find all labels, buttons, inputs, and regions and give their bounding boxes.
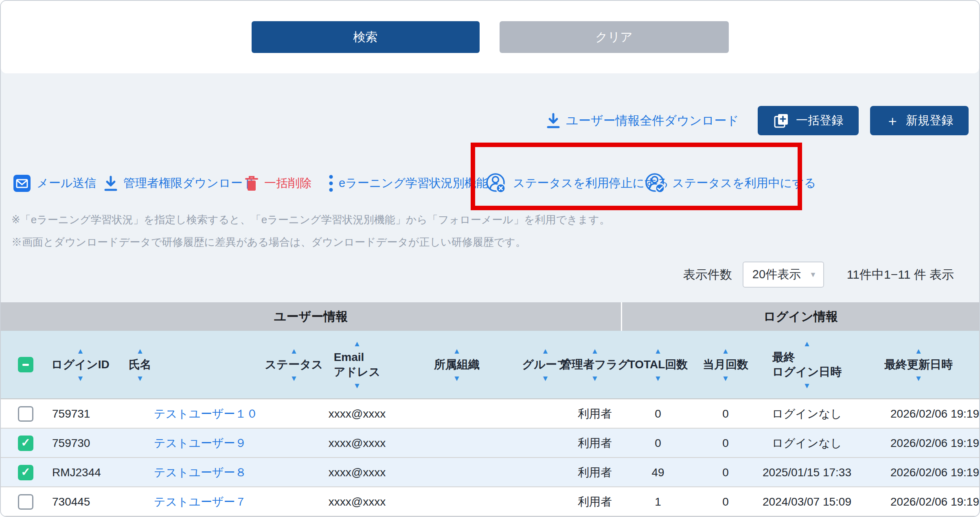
total-count-cell: 0 — [621, 399, 695, 429]
download-all-users-link[interactable]: ユーザー情報全件ダウンロード — [546, 112, 739, 129]
column-header-name[interactable]: ▲ 氏名 ▼ — [123, 331, 265, 398]
user-name-link[interactable]: テストユーザー９ — [154, 436, 246, 451]
bulk-register-button[interactable]: 一括登録 — [758, 106, 859, 135]
user-name-link[interactable]: テストユーザー７ — [154, 494, 246, 510]
send-mail-button[interactable]: メール送信 — [13, 169, 96, 198]
send-mail-label: メール送信 — [37, 175, 96, 191]
column-header-month-count[interactable]: ▲ 当月回数 ▼ — [695, 331, 756, 398]
user-name-link[interactable]: テストユーザー１０ — [154, 406, 258, 422]
sort-up-icon[interactable]: ▲ — [136, 347, 144, 355]
login-id-cell: 730445 — [46, 487, 123, 517]
month-count-cell: 0 — [695, 458, 756, 487]
row-checkbox[interactable] — [18, 406, 33, 422]
last-login-cell: 2025/01/15 17:33 — [756, 458, 858, 487]
column-header-status[interactable]: ▲ ステータス ▼ — [265, 331, 322, 398]
sort-down-icon[interactable]: ▼ — [803, 382, 811, 389]
per-page-value: 20件表示 — [752, 266, 801, 283]
sort-up-icon[interactable]: ▲ — [591, 347, 599, 355]
per-page-select[interactable]: 20件表示 ▼ — [743, 262, 824, 288]
clear-button[interactable]: クリア — [500, 21, 729, 53]
row-checkbox[interactable] — [18, 465, 33, 480]
notes: ※「eラーニング学習状況」を指定し検索すると、「eラーニング学習状況別機能」から… — [11, 213, 610, 249]
column-header-organization[interactable]: ▲ 所属組織 ▼ — [392, 331, 522, 398]
admin-flag-cell: 利用者 — [569, 487, 621, 517]
sort-down-icon[interactable]: ▼ — [591, 374, 599, 382]
new-register-label: 新規登録 — [906, 112, 953, 129]
sort-down-icon[interactable]: ▼ — [654, 374, 662, 382]
row-checkbox[interactable] — [18, 436, 33, 451]
sort-up-icon[interactable]: ▲ — [915, 347, 923, 355]
sort-up-icon[interactable]: ▲ — [77, 347, 84, 355]
elearning-menu-button[interactable]: eラーニング学習状況別機能 — [329, 169, 488, 198]
admin-flag-cell: 利用者 — [569, 458, 621, 487]
admin-download-button[interactable]: 管理者権限ダウンロード — [104, 169, 254, 198]
table-row: 759731 テストユーザー１０ xxxx@xxxx 利用者 0 0 ログインな… — [1, 399, 979, 429]
select-all-checkbox-cell — [1, 331, 46, 398]
last-update-cell: 2026/02/06 19:19 — [858, 399, 979, 429]
user-x-icon — [485, 172, 507, 194]
sort-up-icon[interactable]: ▲ — [722, 347, 730, 355]
last-update-cell: 2026/02/06 19:19 — [858, 458, 979, 487]
sort-down-icon[interactable]: ▼ — [77, 374, 84, 382]
total-count-cell: 49 — [621, 458, 695, 487]
email-cell: xxxx@xxxx — [322, 458, 392, 487]
admin-flag-cell: 利用者 — [569, 429, 621, 458]
organization-cell — [392, 487, 522, 517]
sort-up-icon[interactable]: ▲ — [353, 340, 361, 348]
download-icon — [546, 112, 560, 129]
sort-up-icon[interactable]: ▲ — [542, 347, 549, 355]
group-cell — [522, 429, 569, 458]
status-activate-label: ステータスを利用中にする — [672, 175, 816, 191]
result-range-text: 11件中1−11 件 表示 — [847, 266, 954, 283]
sort-down-icon[interactable]: ▼ — [542, 374, 549, 382]
status-suspend-button[interactable]: ステータスを利用停止にする — [485, 169, 669, 198]
user-table: ユーザー情報 ログイン情報 ▲ ログインID ▼ ▲ 氏名 ▼ ▲ ステータス … — [1, 302, 979, 517]
group-user-info: ユーザー情報 — [1, 302, 621, 331]
last-login-cell: ログインなし — [756, 429, 858, 458]
group-cell — [522, 487, 569, 517]
sort-up-icon[interactable]: ▲ — [803, 340, 811, 348]
mail-icon — [13, 174, 31, 192]
column-header-last-login[interactable]: ▲ 最終ログイン日時 ▼ — [756, 331, 858, 398]
bulk-register-label: 一括登録 — [796, 112, 843, 129]
per-page-label: 表示件数 — [683, 266, 732, 283]
download-icon — [104, 175, 118, 191]
login-id-cell: 759731 — [46, 399, 123, 429]
column-header-last-update[interactable]: ▲ 最終更新日時 ▼ — [858, 331, 979, 398]
trash-icon — [245, 175, 259, 192]
total-count-cell: 0 — [621, 429, 695, 458]
chevron-down-icon: ▼ — [809, 271, 817, 279]
search-button[interactable]: 検索 — [252, 21, 480, 53]
row-checkbox[interactable] — [18, 494, 33, 510]
new-register-button[interactable]: ＋ 新規登録 — [870, 106, 969, 135]
bulk-delete-button[interactable]: 一括削除 — [245, 169, 311, 198]
status-activate-button[interactable]: ステータスを利用中にする — [645, 169, 816, 198]
sort-down-icon[interactable]: ▼ — [136, 374, 144, 382]
organization-cell — [392, 399, 522, 429]
user-name-link[interactable]: テストユーザー８ — [154, 465, 246, 480]
last-login-cell: 2024/03/07 15:09 — [756, 487, 858, 517]
column-header-total-count[interactable]: ▲ TOTAL回数 ▼ — [621, 331, 695, 398]
sort-down-icon[interactable]: ▼ — [722, 374, 730, 382]
month-count-cell: 0 — [695, 399, 756, 429]
column-header-login-id[interactable]: ▲ ログインID ▼ — [46, 331, 123, 398]
group-login-info: ログイン情報 — [621, 302, 979, 331]
table-group-header: ユーザー情報 ログイン情報 — [1, 302, 979, 331]
month-count-cell: 0 — [695, 487, 756, 517]
sort-up-icon[interactable]: ▲ — [290, 347, 298, 355]
column-header-email[interactable]: ▲ Emailアドレス ▼ — [322, 331, 392, 398]
sort-down-icon[interactable]: ▼ — [453, 374, 461, 382]
email-cell: xxxx@xxxx — [322, 487, 392, 517]
user-check-icon — [645, 172, 666, 194]
column-header-admin-flag[interactable]: ▲ 管理者フラグ ▼ — [569, 331, 621, 398]
login-id-cell: 759730 — [46, 429, 123, 458]
sort-down-icon[interactable]: ▼ — [353, 382, 361, 389]
sort-up-icon[interactable]: ▲ — [453, 347, 461, 355]
status-cell — [265, 487, 322, 517]
sort-up-icon[interactable]: ▲ — [654, 347, 662, 355]
status-cell — [265, 399, 322, 429]
user-management-page: 検索 クリア ユーザー情報全件ダウンロード 一括登録 ＋ 新規登録 — [0, 0, 980, 517]
sort-down-icon[interactable]: ▼ — [290, 374, 298, 382]
sort-down-icon[interactable]: ▼ — [915, 374, 923, 382]
select-all-checkbox[interactable] — [18, 357, 33, 372]
